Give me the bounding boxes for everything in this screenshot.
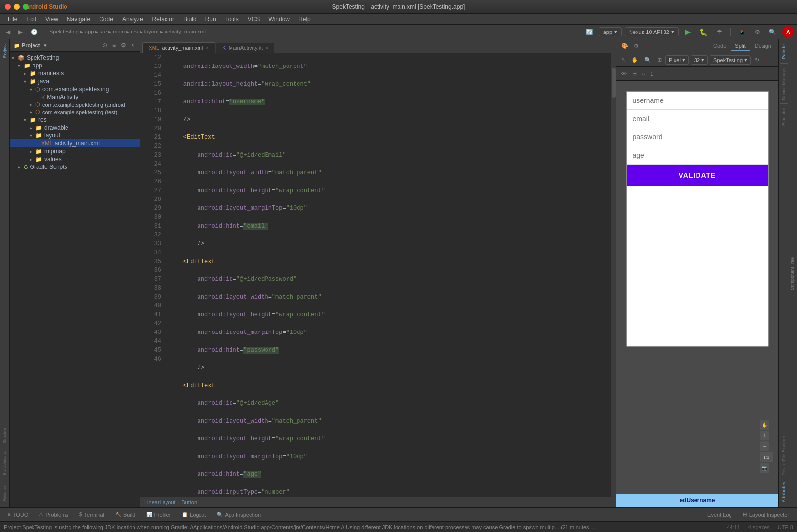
- tab-design[interactable]: Design: [751, 42, 775, 51]
- tree-item-root[interactable]: ▾ 📦 SpekTesting: [10, 54, 140, 62]
- breadcrumb-button[interactable]: Button: [181, 499, 197, 505]
- tab-mainactivity[interactable]: K MainActivity.kt ×: [216, 43, 274, 53]
- scrollbar-thumb[interactable]: [612, 68, 616, 98]
- tree-item-gradle[interactable]: ▸ G Gradle Scripts: [10, 163, 140, 171]
- tree-item-package-test[interactable]: ▸ ⬡ com.example.spektesting (test): [10, 108, 140, 116]
- preview-username-input[interactable]: [627, 92, 768, 110]
- theme-dropdown[interactable]: SpekTesting▾: [710, 55, 751, 65]
- sidebar-close-btn[interactable]: ×: [130, 41, 136, 49]
- bottom-tab-profiler[interactable]: 📊 Profiler: [141, 510, 176, 519]
- toolbar-avd-btn[interactable]: 📱: [735, 28, 749, 36]
- cursor-tool-btn[interactable]: ↖: [619, 56, 628, 64]
- code-content[interactable]: android:layout_width="match_parent" andr…: [165, 53, 611, 497]
- tree-item-package-android[interactable]: ▸ ⬡ com.example.spektesting (android: [10, 101, 140, 108]
- menu-window[interactable]: Window: [265, 15, 294, 24]
- app-config-dropdown[interactable]: app ▾: [599, 27, 622, 36]
- refresh-preview-btn[interactable]: ↻: [753, 56, 761, 64]
- close-button[interactable]: [5, 4, 11, 10]
- toolbar-sdk-btn[interactable]: ⚙: [752, 28, 763, 36]
- side-icon-emulator[interactable]: Emulator: [780, 105, 787, 129]
- toolbar-recent-btn[interactable]: 🕐: [28, 28, 41, 36]
- preview-email-input[interactable]: [627, 110, 768, 128]
- bottom-tab-todo[interactable]: ≡ TODO: [3, 510, 33, 519]
- bottom-tab-event-log[interactable]: Event Log: [702, 510, 737, 519]
- menu-file[interactable]: File: [4, 15, 21, 24]
- pan-tool-btn[interactable]: ✋: [630, 56, 640, 64]
- sidebar-locate-btn[interactable]: ⊙: [101, 41, 109, 49]
- bottom-tab-layout-inspector[interactable]: ⊞ Layout Inspector: [738, 510, 794, 519]
- attr-toggle-btn[interactable]: ⚙: [632, 42, 641, 50]
- error-indicator[interactable]: ⚠: [643, 42, 652, 50]
- api-level-dropdown[interactable]: 32▾: [691, 55, 708, 65]
- grid-view-btn[interactable]: ⊟: [631, 69, 639, 78]
- menu-help[interactable]: Help: [295, 15, 315, 24]
- vertical-scrollbar[interactable]: [611, 53, 616, 497]
- account-icon[interactable]: A: [782, 26, 794, 38]
- bottom-tab-build[interactable]: 🔨 Build: [110, 510, 140, 519]
- tree-item-mipmap[interactable]: ▸ 📁 mipmap: [10, 147, 140, 155]
- side-icon-favorites[interactable]: Favorites: [1, 481, 8, 505]
- bottom-tab-app-inspection[interactable]: 🔍 App Inspection: [212, 510, 266, 519]
- zoom-screenshot-btn[interactable]: 📷: [760, 463, 769, 473]
- zoom-out-btn[interactable]: −: [760, 441, 769, 451]
- tree-item-drawable[interactable]: ▸ 📁 drawable: [10, 124, 140, 132]
- preview-error-btn[interactable]: ⚠: [763, 57, 768, 63]
- menu-view[interactable]: View: [41, 15, 62, 24]
- preview-password-input[interactable]: [627, 128, 768, 146]
- tab-split[interactable]: Split: [731, 42, 749, 51]
- zoom-in-btn[interactable]: +: [760, 431, 769, 440]
- project-dropdown-arrow[interactable]: ▾: [44, 42, 47, 49]
- menu-code[interactable]: Code: [95, 15, 117, 24]
- toolbar-back-btn[interactable]: ◀: [3, 28, 13, 36]
- tab-close-activity-main[interactable]: ×: [206, 45, 209, 51]
- sidebar-settings-btn[interactable]: ⚙: [119, 41, 128, 49]
- side-icon-device-manager[interactable]: Device Manager: [780, 65, 787, 103]
- side-icon-structure[interactable]: Structure: [1, 424, 8, 447]
- side-icon-build-variants[interactable]: Build Variants: [1, 447, 8, 479]
- tree-item-app[interactable]: ▾ 📁 app: [10, 62, 140, 69]
- zoom-fit-btn[interactable]: ✋: [760, 420, 769, 430]
- zoom-tool-btn[interactable]: 🔍: [642, 56, 653, 64]
- menu-refactor[interactable]: Refactor: [148, 15, 178, 24]
- tree-item-activity-main[interactable]: ▸ XML activity_main.xml: [10, 139, 140, 147]
- breadcrumb-linearlayout[interactable]: LinearLayout: [144, 499, 176, 505]
- menu-vcs[interactable]: VCS: [244, 15, 264, 24]
- toolbar-forward-btn[interactable]: ▶: [15, 28, 26, 36]
- side-icon-attributes[interactable]: Attributes: [780, 479, 787, 506]
- tab-code[interactable]: Code: [709, 42, 730, 51]
- menu-navigate[interactable]: Navigate: [63, 15, 94, 24]
- run-button[interactable]: ▶: [682, 26, 694, 37]
- tree-item-java[interactable]: ▾ 📁 java: [10, 77, 140, 85]
- toolbar-coverage-btn[interactable]: ☂: [714, 28, 725, 36]
- device-dropdown[interactable]: Nexus 10 API 32 ▾: [625, 27, 679, 36]
- zoom-reset-btn[interactable]: 1:1: [760, 452, 773, 462]
- tree-item-package-main[interactable]: ▾ ⬡ com.example.spektesting: [10, 85, 140, 93]
- tree-item-manifests[interactable]: ▸ 📁 manifests: [10, 69, 140, 77]
- eye-btn[interactable]: 👁: [619, 70, 629, 78]
- side-icon-project[interactable]: Project: [1, 41, 8, 61]
- menu-analyze[interactable]: Analyze: [118, 15, 147, 24]
- menu-tools[interactable]: Tools: [221, 15, 243, 24]
- palette-toggle-btn[interactable]: 🎨: [619, 42, 630, 50]
- menu-run[interactable]: Run: [201, 15, 220, 24]
- tree-item-values[interactable]: ▸ 📁 values: [10, 155, 140, 163]
- component-tree-panel[interactable]: Component Tree: [788, 39, 797, 507]
- sidebar-collapse-btn[interactable]: ≡: [111, 41, 117, 49]
- side-icon-device-file-explorer[interactable]: Device File Explorer: [780, 433, 787, 479]
- tree-item-mainactivity[interactable]: ▸ K MainActivity: [10, 93, 140, 101]
- grid-tool-btn[interactable]: ⊞: [655, 56, 664, 64]
- tree-item-layout[interactable]: ▾ 📁 layout: [10, 132, 140, 139]
- preview-validate-button[interactable]: VALIDATE: [627, 165, 768, 186]
- debug-button[interactable]: 🐛: [697, 27, 711, 37]
- tab-close-mainactivity[interactable]: ×: [266, 45, 268, 51]
- preview-age-input[interactable]: [627, 146, 768, 165]
- device-preview-dropdown[interactable]: Pixel▾: [665, 55, 689, 65]
- bottom-tab-logcat[interactable]: 📋 Logcat: [177, 510, 211, 519]
- tab-activity-main[interactable]: XML activity_main.xml ×: [142, 42, 215, 53]
- bottom-tab-terminal[interactable]: $ Terminal: [74, 510, 109, 519]
- toolbar-sync-btn[interactable]: 🔄: [583, 28, 596, 36]
- menu-edit[interactable]: Edit: [22, 15, 40, 24]
- arrows-btn[interactable]: ↔: [641, 71, 646, 77]
- bottom-tab-problems[interactable]: ⚠ Problems: [34, 510, 73, 519]
- tree-item-res[interactable]: ▾ 📁 res: [10, 116, 140, 124]
